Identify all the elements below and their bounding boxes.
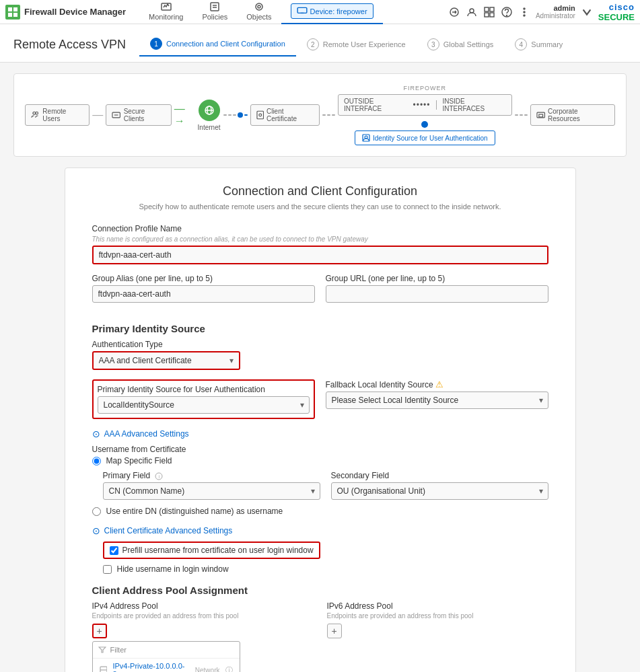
firepower-box: OUTSIDE INTERFACE ••••• INSIDE INTERFACE… (338, 94, 512, 116)
auth-type-group: Authentication Type AAA and Client Certi… (92, 340, 548, 370)
field-selectors-row: Primary Field i CN (Common Name) OU (Org… (92, 471, 548, 500)
dropdown-filter[interactable]: Filter (93, 642, 240, 659)
fallback-select-wrapper: Please Select Local Identity Source (326, 391, 548, 409)
auth-type-select-wrapper: AAA and Client Certificate AAA Only Clie… (92, 351, 240, 370)
nav-device-label: Device: firepower (310, 7, 367, 15)
fallback-source-select[interactable]: Please Select Local Identity Source (326, 391, 548, 409)
svg-rect-39 (100, 667, 106, 672)
auth-type-select[interactable]: AAA and Client Certificate AAA Only Clie… (94, 352, 239, 369)
client-cert-box[interactable]: Client Certificate (250, 104, 320, 126)
primary-source-label: Primary Identity Source for User Authent… (98, 385, 310, 394)
client-cert-advanced-link[interactable]: Client Certificate Advanced Settings (104, 526, 233, 535)
group-alias-col: Group Alias (one per line, up to 5) (92, 274, 315, 312)
secondary-field-select[interactable]: OU (Organisational Unit) CN (Common Name… (331, 482, 548, 500)
svg-point-22 (524, 15, 525, 16)
nav-policies[interactable]: Policies (192, 0, 237, 24)
nav-device[interactable]: Device: firepower (281, 0, 383, 24)
info-icon-1[interactable]: ⓘ (225, 665, 233, 673)
cisco-branding: cisco SECURE (598, 2, 635, 22)
steps-bar: 1 Connection and Client Configuration 2 … (139, 32, 573, 57)
ipv6-hint: Endpoints are provided an address from t… (327, 612, 548, 620)
username-cert-label: Username from Certificate (92, 445, 548, 454)
svg-marker-38 (99, 647, 106, 652)
step-4[interactable]: 4 Summary (504, 33, 573, 56)
sync-icon[interactable] (448, 6, 460, 18)
svg-rect-2 (8, 13, 12, 17)
corporate-label: Corporate Resources (548, 108, 609, 122)
aaa-advanced-header[interactable]: ⊙ AAA Advanced Settings (92, 428, 548, 439)
primary-field-label: Primary Field i (103, 471, 320, 480)
client-cert-chevron-icon: ⊙ (92, 525, 100, 536)
pool-section: IPv4 Address Pool Endpoints are provided… (92, 601, 548, 672)
ipv4-pool-col: IPv4 Address Pool Endpoints are provided… (92, 601, 314, 672)
ipv6-add-button[interactable]: + (327, 624, 342, 638)
username-cert-group: Username from Certificate Map Specific F… (92, 445, 548, 516)
hide-username-checkbox[interactable] (103, 565, 112, 574)
corporate-box[interactable]: Corporate Resources (530, 104, 615, 126)
primary-field-info-icon[interactable]: i (155, 472, 163, 480)
username: admin (536, 4, 575, 12)
nav-monitoring[interactable]: Monitoring (139, 0, 192, 24)
outside-label: OUTSIDE INTERFACE (344, 98, 410, 112)
app-logo: Firewall Device Manager (5, 5, 126, 20)
use-dn-radio[interactable] (92, 507, 101, 516)
filter-label: Filter (110, 646, 127, 654)
list-item[interactable]: IPv4-Private-10.0.0.0-8 Network ⓘ (93, 659, 240, 672)
aaa-advanced-link[interactable]: AAA Advanced Settings (104, 429, 189, 439)
svg-rect-30 (256, 111, 263, 118)
nav-objects[interactable]: Objects (237, 0, 281, 24)
secure-clients-label: Secure Clients (124, 108, 166, 122)
app-title: Firewall Device Manager (24, 7, 126, 17)
step-3[interactable]: 3 Global Settings (417, 33, 505, 56)
connection-profile-input[interactable] (92, 246, 548, 264)
step-2-label: Remote User Experience (323, 40, 406, 48)
internet-label: Internet (198, 124, 221, 131)
fallback-source-group: Fallback Local Identity Source ⚠ Please … (326, 379, 548, 409)
connection-profile-hint: This name is configured as a connection … (92, 235, 548, 243)
group-alias-input[interactable] (92, 285, 315, 303)
step-1[interactable]: 1 Connection and Client Configuration (139, 32, 296, 57)
step-2-num: 2 (307, 38, 319, 50)
aaa-chevron-icon: ⊙ (92, 428, 100, 439)
group-url-input[interactable] (326, 285, 548, 303)
device-tab: Device: firepower (291, 3, 374, 19)
help-icon[interactable] (501, 6, 513, 18)
secure-clients-box[interactable]: Secure Clients (106, 104, 171, 126)
secondary-field-select-wrapper: OU (Organisational Unit) CN (Common Name… (331, 482, 548, 500)
client-cert-advanced-header[interactable]: ⊙ Client Certificate Advanced Settings (92, 525, 548, 536)
map-specific-radio[interactable] (92, 457, 101, 465)
internet-circle[interactable] (199, 100, 220, 121)
user-dropdown-icon[interactable] (581, 6, 593, 18)
more-icon[interactable] (518, 6, 530, 18)
identity-node: Identity Source for User Authentication (355, 121, 495, 145)
client-address-header: Client Address Pool Assignment (92, 585, 548, 596)
fallback-source-col: Fallback Local Identity Source ⚠ Please … (326, 379, 548, 428)
user-role: Administrator (536, 12, 575, 20)
step-2[interactable]: 2 Remote User Experience (296, 33, 417, 56)
remote-users-box[interactable]: Remote Users (25, 104, 90, 126)
item-name-1: IPv4-Private-10.0.0.0-8 (112, 662, 188, 672)
hide-username-label: Hide username in login window (117, 564, 229, 574)
step-4-num: 4 (515, 38, 527, 50)
grid-icon[interactable] (483, 6, 495, 18)
svg-rect-0 (8, 7, 12, 11)
ipv4-hint: Endpoints are provided an address from t… (92, 612, 314, 620)
diagram-corporate: Corporate Resources (530, 104, 615, 126)
user-icon[interactable] (466, 6, 478, 18)
group-url-col: Group URL (one per line, up to 5) (326, 274, 548, 312)
firepower-section: FIREPOWER OUTSIDE INTERFACE ••••• INSIDE… (338, 85, 512, 145)
prefill-checkbox[interactable] (110, 546, 118, 555)
identity-dot (421, 121, 428, 128)
primary-field-select[interactable]: CN (Common Name) OU (Organisational Unit… (103, 482, 320, 500)
ipv4-add-button[interactable]: + (92, 624, 107, 638)
client-cert-label: Client Certificate (266, 108, 314, 122)
identity-box[interactable]: Identity Source for User Authentication (355, 130, 495, 145)
primary-identity-header: Primary Identity Source (92, 323, 548, 334)
diagram-container: Remote Users — Secure Clients —→ Interne… (13, 73, 627, 157)
svg-point-9 (258, 5, 260, 8)
top-nav-right: admin Administrator cisco SECURE (448, 2, 635, 22)
firepower-label: FIREPOWER (404, 85, 447, 91)
diagram-secure-clients: Secure Clients (106, 104, 171, 126)
primary-source-select[interactable]: LocalIdentitySource AD Server RADIUS Ser… (98, 396, 310, 414)
dotted-line-1 (223, 112, 248, 118)
